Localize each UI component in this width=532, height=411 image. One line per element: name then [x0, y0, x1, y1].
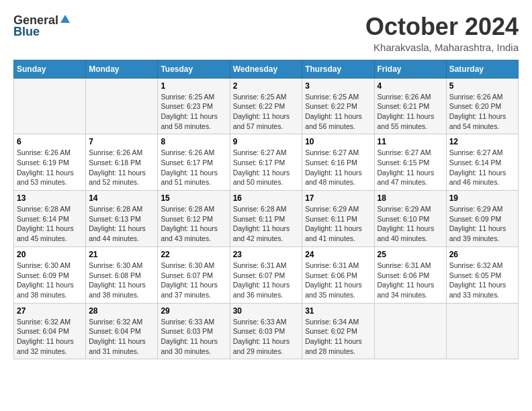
day-number: 29	[161, 306, 226, 316]
day-info: Sunrise: 6:31 AM Sunset: 6:06 PM Dayligh…	[378, 261, 443, 300]
day-cell: 14Sunrise: 6:28 AM Sunset: 6:13 PM Dayli…	[86, 191, 158, 247]
day-cell: 3Sunrise: 6:25 AM Sunset: 6:22 PM Daylig…	[302, 78, 374, 134]
day-cell: 6Sunrise: 6:26 AM Sunset: 6:19 PM Daylig…	[14, 134, 86, 191]
day-number: 31	[305, 306, 371, 316]
week-row-5: 27Sunrise: 6:32 AM Sunset: 6:04 PM Dayli…	[14, 303, 519, 359]
day-info: Sunrise: 6:25 AM Sunset: 6:22 PM Dayligh…	[233, 92, 300, 132]
day-info: Sunrise: 6:26 AM Sunset: 6:21 PM Dayligh…	[378, 92, 443, 132]
day-number: 2	[233, 81, 300, 91]
day-info: Sunrise: 6:26 AM Sunset: 6:18 PM Dayligh…	[89, 148, 154, 187]
title-block: October 2024 Kharakvasla, Maharashtra, I…	[365, 13, 519, 53]
day-cell: 31Sunrise: 6:34 AM Sunset: 6:02 PM Dayli…	[302, 303, 374, 359]
day-number: 12	[449, 137, 515, 146]
day-number: 15	[161, 193, 226, 203]
page-header: General Blue October 2024 Kharakvasla, M…	[13, 13, 519, 53]
day-number: 23	[233, 250, 300, 259]
weekday-header-thursday: Thursday	[302, 60, 374, 78]
day-info: Sunrise: 6:30 AM Sunset: 6:09 PM Dayligh…	[17, 261, 83, 300]
day-cell: 5Sunrise: 6:26 AM Sunset: 6:20 PM Daylig…	[446, 78, 518, 134]
day-cell: 7Sunrise: 6:26 AM Sunset: 6:18 PM Daylig…	[86, 134, 158, 191]
day-info: Sunrise: 6:29 AM Sunset: 6:11 PM Dayligh…	[305, 204, 371, 244]
day-number: 21	[89, 250, 154, 259]
day-cell: 20Sunrise: 6:30 AM Sunset: 6:09 PM Dayli…	[14, 246, 86, 303]
day-number: 11	[378, 137, 443, 146]
week-row-2: 6Sunrise: 6:26 AM Sunset: 6:19 PM Daylig…	[14, 134, 519, 191]
day-cell	[374, 303, 446, 359]
day-cell: 29Sunrise: 6:33 AM Sunset: 6:03 PM Dayli…	[158, 303, 230, 359]
weekday-header-saturday: Saturday	[446, 60, 518, 78]
day-info: Sunrise: 6:30 AM Sunset: 6:08 PM Dayligh…	[89, 261, 154, 300]
day-number: 8	[161, 137, 226, 146]
day-info: Sunrise: 6:26 AM Sunset: 6:19 PM Dayligh…	[17, 148, 83, 187]
day-number: 28	[89, 306, 154, 316]
day-cell: 17Sunrise: 6:29 AM Sunset: 6:11 PM Dayli…	[302, 191, 374, 247]
day-cell: 11Sunrise: 6:27 AM Sunset: 6:15 PM Dayli…	[374, 134, 446, 191]
weekday-header-tuesday: Tuesday	[158, 60, 230, 78]
day-number: 9	[233, 137, 300, 146]
day-number: 30	[233, 306, 300, 316]
day-cell: 28Sunrise: 6:32 AM Sunset: 6:04 PM Dayli…	[86, 303, 158, 359]
day-number: 14	[89, 193, 154, 203]
day-number: 1	[161, 81, 226, 91]
day-cell: 30Sunrise: 6:33 AM Sunset: 6:03 PM Dayli…	[230, 303, 302, 359]
logo-triangle-icon	[60, 15, 70, 23]
weekday-header-monday: Monday	[86, 60, 158, 78]
day-info: Sunrise: 6:28 AM Sunset: 6:12 PM Dayligh…	[161, 204, 226, 244]
day-info: Sunrise: 6:33 AM Sunset: 6:03 PM Dayligh…	[233, 317, 300, 357]
month-title: October 2024	[365, 13, 519, 40]
day-number: 22	[161, 250, 226, 259]
day-info: Sunrise: 6:27 AM Sunset: 6:16 PM Dayligh…	[305, 148, 371, 187]
day-info: Sunrise: 6:32 AM Sunset: 6:04 PM Dayligh…	[89, 317, 154, 357]
day-info: Sunrise: 6:25 AM Sunset: 6:22 PM Dayligh…	[305, 92, 371, 132]
day-cell: 15Sunrise: 6:28 AM Sunset: 6:12 PM Dayli…	[158, 191, 230, 247]
day-number: 5	[449, 81, 515, 91]
day-cell: 24Sunrise: 6:31 AM Sunset: 6:06 PM Dayli…	[302, 246, 374, 303]
day-number: 27	[17, 306, 83, 316]
day-cell: 10Sunrise: 6:27 AM Sunset: 6:16 PM Dayli…	[302, 134, 374, 191]
day-cell: 27Sunrise: 6:32 AM Sunset: 6:04 PM Dayli…	[14, 303, 86, 359]
day-info: Sunrise: 6:30 AM Sunset: 6:07 PM Dayligh…	[161, 261, 226, 300]
location: Kharakvasla, Maharashtra, India	[365, 42, 519, 53]
day-number: 13	[17, 193, 83, 203]
day-number: 18	[378, 193, 443, 203]
calendar-table: SundayMondayTuesdayWednesdayThursdayFrid…	[13, 60, 519, 360]
day-number: 6	[17, 137, 83, 146]
day-cell: 13Sunrise: 6:28 AM Sunset: 6:14 PM Dayli…	[14, 191, 86, 247]
day-cell: 12Sunrise: 6:27 AM Sunset: 6:14 PM Dayli…	[446, 134, 518, 191]
day-info: Sunrise: 6:31 AM Sunset: 6:06 PM Dayligh…	[305, 261, 371, 300]
day-info: Sunrise: 6:29 AM Sunset: 6:10 PM Dayligh…	[378, 204, 443, 244]
day-cell: 22Sunrise: 6:30 AM Sunset: 6:07 PM Dayli…	[158, 246, 230, 303]
day-info: Sunrise: 6:27 AM Sunset: 6:15 PM Dayligh…	[378, 148, 443, 187]
day-info: Sunrise: 6:34 AM Sunset: 6:02 PM Dayligh…	[305, 317, 371, 357]
day-cell: 25Sunrise: 6:31 AM Sunset: 6:06 PM Dayli…	[374, 246, 446, 303]
day-info: Sunrise: 6:31 AM Sunset: 6:07 PM Dayligh…	[233, 261, 300, 300]
day-cell: 8Sunrise: 6:26 AM Sunset: 6:17 PM Daylig…	[158, 134, 230, 191]
day-cell: 21Sunrise: 6:30 AM Sunset: 6:08 PM Dayli…	[86, 246, 158, 303]
day-cell	[86, 78, 158, 134]
day-cell: 4Sunrise: 6:26 AM Sunset: 6:21 PM Daylig…	[374, 78, 446, 134]
day-info: Sunrise: 6:27 AM Sunset: 6:14 PM Dayligh…	[449, 148, 515, 187]
day-cell: 1Sunrise: 6:25 AM Sunset: 6:23 PM Daylig…	[158, 78, 230, 134]
logo-blue-text: Blue	[13, 25, 40, 39]
day-number: 24	[305, 250, 371, 259]
day-cell: 16Sunrise: 6:28 AM Sunset: 6:11 PM Dayli…	[230, 191, 302, 247]
day-cell: 18Sunrise: 6:29 AM Sunset: 6:10 PM Dayli…	[374, 191, 446, 247]
day-cell: 2Sunrise: 6:25 AM Sunset: 6:22 PM Daylig…	[230, 78, 302, 134]
day-number: 17	[305, 193, 371, 203]
day-number: 10	[305, 137, 371, 146]
day-cell: 23Sunrise: 6:31 AM Sunset: 6:07 PM Dayli…	[230, 246, 302, 303]
weekday-header-row: SundayMondayTuesdayWednesdayThursdayFrid…	[14, 60, 519, 78]
day-info: Sunrise: 6:26 AM Sunset: 6:20 PM Dayligh…	[449, 92, 515, 132]
day-cell: 9Sunrise: 6:27 AM Sunset: 6:17 PM Daylig…	[230, 134, 302, 191]
day-info: Sunrise: 6:33 AM Sunset: 6:03 PM Dayligh…	[161, 317, 226, 357]
day-cell	[14, 78, 86, 134]
weekday-header-friday: Friday	[374, 60, 446, 78]
weekday-header-wednesday: Wednesday	[230, 60, 302, 78]
day-cell: 19Sunrise: 6:29 AM Sunset: 6:09 PM Dayli…	[446, 191, 518, 247]
day-number: 25	[378, 250, 443, 259]
day-info: Sunrise: 6:29 AM Sunset: 6:09 PM Dayligh…	[449, 204, 515, 244]
day-number: 4	[378, 81, 443, 91]
day-number: 19	[449, 193, 515, 203]
day-info: Sunrise: 6:26 AM Sunset: 6:17 PM Dayligh…	[161, 148, 226, 187]
day-info: Sunrise: 6:28 AM Sunset: 6:11 PM Dayligh…	[233, 204, 300, 244]
